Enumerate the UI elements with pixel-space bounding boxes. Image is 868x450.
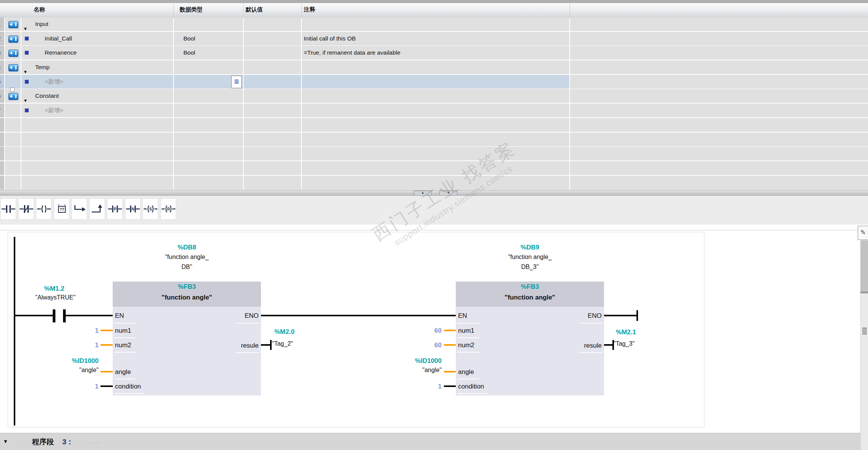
column-header-comment[interactable]: 注释 — [304, 6, 315, 13]
name-cell[interactable]: Initial_Call — [21, 32, 173, 45]
datatype-cell[interactable] — [174, 147, 243, 160]
n-contact-button[interactable]: N — [125, 198, 141, 220]
pin-value[interactable]: 1 — [365, 383, 442, 390]
comment-cell[interactable] — [302, 147, 569, 160]
contact-tag[interactable]: "AlwaysTRUE" — [17, 294, 94, 301]
contact-bar[interactable] — [63, 309, 66, 322]
vertical-scrollbar-track[interactable] — [860, 240, 868, 291]
db-operand[interactable]: %DB9 — [456, 244, 604, 251]
datatype-cell[interactable] — [174, 89, 243, 103]
result-operand[interactable]: %M2.0 — [274, 328, 295, 336]
table-row[interactable]: 2 Initial_Call Bool Initial call of this… — [0, 32, 868, 45]
datatype-cell[interactable]: Bool — [174, 32, 243, 45]
selected-row-drag-handle[interactable] — [10, 87, 15, 92]
default-cell[interactable] — [244, 46, 301, 60]
name-cell[interactable]: Remanence — [21, 46, 173, 60]
pin-angle[interactable]: angle — [458, 368, 474, 376]
datatype-cell[interactable] — [174, 17, 243, 31]
set-coil-button[interactable]: S — [143, 198, 158, 220]
db-operand[interactable]: %DB8 — [113, 244, 261, 251]
pin-condition[interactable]: condition — [115, 383, 141, 390]
column-header-datatype[interactable]: 数据类型 — [180, 6, 202, 13]
name-cell[interactable] — [21, 133, 173, 146]
angle-tag[interactable]: "angle" — [22, 367, 99, 374]
table-row[interactable]: 3 Remanence Bool =True, if remanent data… — [0, 46, 868, 60]
datatype-cell[interactable] — [174, 118, 243, 132]
default-cell[interactable] — [244, 32, 301, 45]
pin-num2[interactable]: num2 — [458, 342, 474, 349]
angle-operand[interactable]: %ID1000 — [22, 357, 99, 365]
add-new-placeholder[interactable]: <新增> — [45, 75, 63, 89]
comment-cell[interactable] — [302, 89, 569, 103]
datatype-cell[interactable] — [174, 176, 243, 189]
table-row-empty[interactable] — [0, 161, 868, 175]
fb-name[interactable]: "function angle" — [456, 294, 604, 301]
nc-contact-button[interactable] — [18, 198, 34, 220]
fb-operand[interactable]: %FB3 — [456, 283, 604, 291]
pin-condition[interactable]: condition — [458, 383, 484, 390]
pin-value[interactable]: 60 — [365, 342, 442, 349]
table-row-selected[interactable]: 5 <新增> ≣ — [0, 75, 868, 89]
pin-num1[interactable]: num1 — [458, 327, 474, 335]
datatype-cell[interactable] — [174, 60, 243, 74]
table-row[interactable]: 6 ▼ Constant — [0, 89, 868, 103]
splitter-collapse-up-button[interactable]: ▲ — [414, 191, 432, 196]
default-cell[interactable] — [244, 60, 301, 74]
edit-mode-button[interactable]: ✎ — [858, 226, 868, 240]
horizontal-splitter[interactable]: ▲ ▼ — [0, 190, 868, 196]
datatype-browse-button[interactable]: ≣ — [231, 76, 242, 88]
default-cell[interactable] — [244, 161, 301, 175]
open-branch-button[interactable] — [71, 198, 87, 220]
coil-button[interactable] — [36, 198, 52, 220]
column-header-name[interactable]: 名称 — [34, 6, 45, 13]
name-cell[interactable] — [21, 161, 173, 175]
no-contact-button[interactable] — [0, 198, 16, 220]
column-header-default[interactable]: 默认值 — [246, 6, 263, 13]
reset-coil-button[interactable]: R — [160, 198, 176, 220]
name-cell[interactable]: ▼ Constant — [21, 89, 173, 103]
comment-cell[interactable]: =True, if remanent data are available — [302, 46, 569, 60]
result-tag[interactable]: "Tag_3" — [614, 340, 635, 347]
table-row-empty[interactable] — [0, 147, 868, 160]
default-cell[interactable] — [244, 89, 301, 103]
pin-result[interactable]: resule — [544, 342, 602, 350]
contact-operand[interactable]: %M1.2 — [16, 285, 92, 293]
fb-block-body[interactable] — [113, 307, 261, 395]
network-comment-placeholder[interactable]: ..... — [89, 439, 100, 444]
default-cell[interactable] — [244, 104, 301, 117]
result-tag[interactable]: "Tag_2" — [272, 340, 293, 347]
network-3-title-bar[interactable]: ▼ 程序段 3： ..... — [0, 433, 868, 450]
fb-operand[interactable]: %FB3 — [113, 283, 261, 291]
pin-value[interactable]: 1 — [41, 327, 99, 335]
comment-cell[interactable] — [302, 133, 569, 146]
result-operand[interactable]: %M2.1 — [616, 329, 636, 336]
contact-bar[interactable] — [53, 309, 55, 322]
default-cell[interactable] — [244, 17, 301, 31]
datatype-cell[interactable] — [174, 104, 243, 117]
network-collapse-icon[interactable]: ▼ — [3, 439, 8, 444]
name-cell[interactable] — [21, 147, 173, 160]
default-cell[interactable] — [244, 118, 301, 132]
name-cell[interactable]: ▼ Temp — [21, 60, 173, 74]
pin-eno[interactable]: ENO — [544, 312, 602, 320]
comment-cell[interactable]: Initial call of this OB — [302, 32, 569, 45]
splitter-collapse-down-button[interactable]: ▼ — [439, 191, 457, 196]
close-branch-button[interactable] — [89, 198, 105, 220]
default-cell[interactable] — [244, 176, 301, 189]
pin-en[interactable]: EN — [458, 312, 467, 320]
p-contact-button[interactable]: P — [107, 198, 123, 220]
fb-name[interactable]: "function angle" — [113, 294, 261, 301]
datatype-cell[interactable] — [174, 161, 243, 175]
comment-cell[interactable] — [302, 176, 569, 189]
pin-num2[interactable]: num2 — [115, 342, 131, 349]
fb-block-body[interactable] — [456, 307, 604, 395]
name-cell[interactable] — [21, 118, 173, 132]
pin-value[interactable]: 60 — [365, 327, 442, 335]
pin-num1[interactable]: num1 — [115, 327, 131, 335]
add-new-placeholder[interactable]: <新增> — [45, 104, 63, 117]
default-cell[interactable] — [244, 147, 301, 160]
pin-result[interactable]: resule — [201, 342, 259, 350]
angle-tag[interactable]: "angle" — [365, 367, 442, 374]
default-cell[interactable] — [244, 75, 301, 89]
table-row[interactable]: 4 ▼ Temp — [0, 60, 868, 74]
